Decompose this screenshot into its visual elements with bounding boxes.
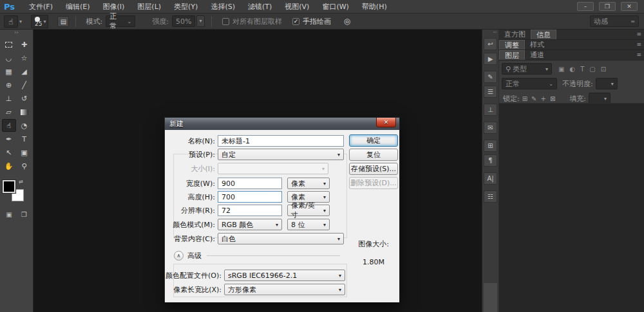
- name-input[interactable]: 未标题-1: [218, 135, 344, 147]
- tool-gradient[interactable]: [17, 106, 32, 118]
- brush-preset-picker[interactable]: 25 ▾: [31, 15, 48, 28]
- tool-smudge[interactable]: ☝: [2, 119, 16, 132]
- strength-input[interactable]: 50%: [172, 15, 195, 27]
- workspace-switcher[interactable]: 动感 ≡: [590, 15, 639, 27]
- tool-eyedropper[interactable]: ◢: [17, 65, 32, 78]
- finger-painting-checkbox[interactable]: ✓ 手指绘画: [292, 17, 331, 26]
- pixel-aspect-select[interactable]: 方形像素 ▾: [224, 284, 345, 295]
- panel-menu-icon[interactable]: ≡: [636, 31, 641, 37]
- width-unit-select[interactable]: 像素 ▾: [287, 178, 330, 189]
- tab-adjustments[interactable]: 调整: [499, 40, 525, 50]
- foreground-color-swatch[interactable]: [3, 180, 15, 193]
- brush-panel-button[interactable]: ✎: [484, 71, 497, 83]
- tablet-pressure-icon[interactable]: ◎: [341, 16, 353, 27]
- filter-smart-object-icon[interactable]: ⊡: [601, 66, 606, 73]
- tool-dodge[interactable]: ◔: [17, 119, 32, 132]
- swap-colors-icon[interactable]: ⇄: [19, 179, 23, 185]
- ok-button[interactable]: 确定: [349, 134, 398, 147]
- reset-button[interactable]: 复位: [349, 149, 398, 161]
- dock-scrollbar[interactable]: [484, 283, 497, 312]
- tool-lasso[interactable]: ◡: [2, 51, 16, 64]
- color-mode-select[interactable]: RGB 颜色 ▾: [218, 219, 282, 230]
- tool-history-brush[interactable]: ↺: [17, 92, 32, 105]
- resolution-input[interactable]: 72: [218, 205, 282, 216]
- strength-dropdown[interactable]: ▾: [196, 15, 205, 27]
- lock-all-icon[interactable]: ⊠: [550, 95, 555, 102]
- color-profile-select[interactable]: sRGB IEC61966-2.1 ▾: [224, 270, 345, 281]
- background-select[interactable]: 白色 ▾: [218, 233, 344, 244]
- menu-filter[interactable]: 滤镜(T): [242, 2, 278, 12]
- filter-type-icon[interactable]: T: [580, 66, 584, 73]
- tool-rectangular-marquee[interactable]: [2, 38, 16, 51]
- dialog-close-button[interactable]: ✕: [376, 118, 396, 127]
- quick-mask-button[interactable]: ▣: [6, 211, 12, 218]
- panel-menu-icon[interactable]: ≡: [636, 51, 641, 58]
- mode-select[interactable]: 正常 ⌄: [106, 15, 135, 27]
- opacity-input[interactable]: ▾: [596, 78, 618, 89]
- character-panel-button[interactable]: ⊞: [484, 140, 497, 152]
- expand-panels-icon[interactable]: ‹‹: [482, 30, 498, 35]
- tool-crop[interactable]: ▦: [2, 65, 16, 78]
- width-input[interactable]: 900: [218, 178, 282, 189]
- panel-menu-icon[interactable]: ≡: [636, 41, 641, 48]
- brush-panel-toggle[interactable]: ▤: [57, 16, 69, 27]
- tool-shape[interactable]: ▣: [17, 146, 32, 159]
- tab-layers[interactable]: 图层: [499, 50, 525, 60]
- tool-zoom[interactable]: ⚲: [17, 160, 32, 172]
- tool-move[interactable]: ✚: [17, 38, 32, 51]
- layer-filter-select[interactable]: ⚲ 类型 ▾: [502, 63, 552, 75]
- tab-histogram[interactable]: 直方图: [499, 30, 531, 39]
- tool-path-selection[interactable]: ↖: [2, 146, 16, 159]
- blend-mode-select[interactable]: 正常 ⌄: [502, 78, 557, 89]
- menu-file[interactable]: 文件(F): [23, 2, 59, 12]
- tool-spot-healing-brush[interactable]: ⊕: [2, 78, 16, 91]
- lock-transparent-icon[interactable]: ⊞: [522, 95, 527, 102]
- tool-pen[interactable]: ✒: [2, 133, 16, 145]
- resolution-unit-select[interactable]: 像素/英寸 ▾: [287, 205, 330, 216]
- character-styles-panel-button[interactable]: A|: [484, 172, 497, 185]
- history-panel-button[interactable]: ↩: [484, 38, 497, 50]
- menu-edit[interactable]: 编辑(E): [59, 2, 97, 12]
- tool-brush[interactable]: ╱: [17, 78, 32, 91]
- close-button[interactable]: ✕: [621, 2, 638, 11]
- tool-eraser[interactable]: ▱: [2, 106, 16, 118]
- menu-select[interactable]: 选择(S): [204, 2, 242, 12]
- paragraph-panel-button[interactable]: ¶: [484, 154, 497, 167]
- tool-hand[interactable]: ✋: [2, 160, 16, 172]
- tab-channels[interactable]: 通道: [525, 50, 549, 60]
- lock-position-icon[interactable]: +: [541, 95, 546, 102]
- menu-image[interactable]: 图像(I): [97, 2, 131, 12]
- dialog-titlebar[interactable]: 新建 ✕: [165, 118, 399, 130]
- height-input[interactable]: 700: [218, 191, 282, 203]
- menu-help[interactable]: 帮助(H): [355, 2, 393, 12]
- brush-presets-panel-button[interactable]: ☰: [484, 86, 497, 98]
- menu-layer[interactable]: 图层(L): [131, 2, 167, 12]
- advanced-collapse-button[interactable]: ∧: [174, 251, 184, 261]
- tool-magic-wand[interactable]: ☆: [17, 51, 32, 64]
- filter-adjustment-icon[interactable]: ◐: [569, 66, 575, 73]
- menu-window[interactable]: 窗口(W): [316, 2, 355, 12]
- restore-button[interactable]: ❐: [599, 2, 616, 11]
- filter-shape-icon[interactable]: ▢: [589, 66, 595, 73]
- paragraph-styles-panel-button[interactable]: ☷: [484, 190, 497, 203]
- lock-pixels-icon[interactable]: ✎: [531, 95, 536, 102]
- save-preset-button[interactable]: 存储预设(S)...: [349, 163, 398, 175]
- preset-select[interactable]: 自定 ▾: [218, 149, 344, 160]
- screen-mode-button[interactable]: ❐: [21, 211, 27, 218]
- sample-all-layers-checkbox[interactable]: 对所有图层取样: [222, 17, 282, 26]
- bit-depth-select[interactable]: 8 位 ▾: [287, 219, 330, 230]
- tool-clone-stamp[interactable]: ⊥: [2, 92, 16, 105]
- tab-styles[interactable]: 样式: [525, 40, 549, 50]
- menu-type[interactable]: 类型(Y): [167, 2, 204, 12]
- tool-type[interactable]: T: [17, 133, 32, 145]
- layers-list-empty[interactable]: [499, 103, 644, 312]
- notes-panel-button[interactable]: ✉: [484, 122, 497, 134]
- clone-source-panel-button[interactable]: ⊥: [484, 104, 497, 116]
- actions-panel-button[interactable]: ▶: [484, 53, 497, 65]
- menu-view[interactable]: 视图(V): [278, 2, 316, 12]
- toolbox-collapse-icon[interactable]: ››: [0, 30, 33, 36]
- tool-preset-picker[interactable]: ☝ ▾: [4, 15, 22, 28]
- filter-pixel-icon[interactable]: ▣: [558, 66, 564, 73]
- tab-info[interactable]: 信息: [531, 30, 556, 39]
- minimize-button[interactable]: –: [577, 2, 594, 11]
